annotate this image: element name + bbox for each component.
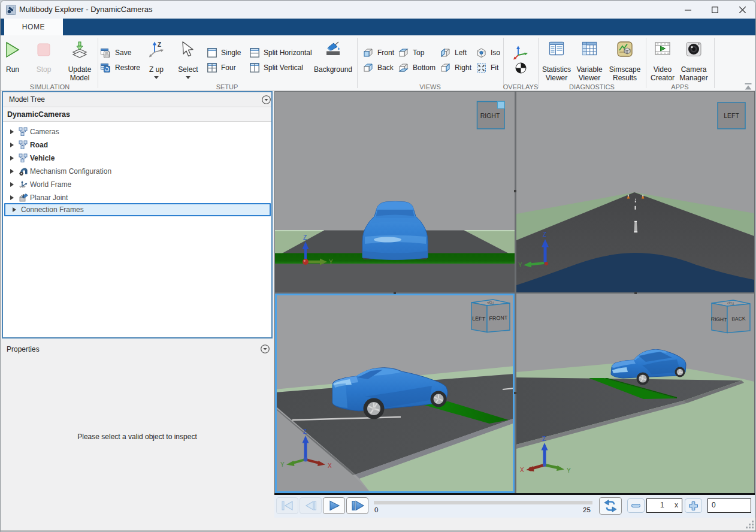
timeline-slider[interactable] bbox=[374, 501, 592, 504]
playback-speed-box[interactable]: 1 x bbox=[646, 498, 682, 513]
button-label: Right bbox=[455, 64, 471, 72]
step-forward-button[interactable] bbox=[346, 497, 368, 514]
split-horizontal-icon bbox=[250, 48, 259, 58]
statistics-viewer-button[interactable]: Statistics Viewer bbox=[539, 39, 574, 83]
splitter-handle[interactable] bbox=[634, 292, 637, 294]
section-label-simulation: SIMULATION bbox=[30, 83, 69, 90]
model-tree-root[interactable]: DynamicCameras bbox=[3, 107, 271, 122]
model-tree-collapse-icon[interactable] bbox=[262, 95, 271, 104]
split-horizontal-button[interactable]: Split Horizontal bbox=[250, 46, 312, 59]
tree-item-mechanism-configuration[interactable]: Mechanism Configuration bbox=[3, 165, 271, 178]
viewport-top-right[interactable]: Z Y LEFT bbox=[516, 92, 754, 292]
z-up-dropdown-icon[interactable] bbox=[154, 76, 159, 79]
split-vertical-button[interactable]: Split Vertical bbox=[250, 61, 303, 74]
camera-manager-button[interactable]: Camera Manager bbox=[676, 39, 711, 83]
tab-home[interactable]: HOME bbox=[4, 19, 63, 35]
view-cube[interactable]: LEFT FRONT TOP bbox=[471, 300, 510, 332]
view-cube[interactable]: RIGHT bbox=[477, 102, 505, 129]
axis-z-label: Z bbox=[542, 436, 546, 442]
viewport-bottom-left[interactable]: Z Y X LEFT FRONT TOP bbox=[275, 294, 515, 493]
current-time-field[interactable]: 0 bbox=[707, 498, 751, 513]
close-icon bbox=[739, 7, 746, 13]
minimize-icon bbox=[685, 7, 691, 13]
expand-triangle-icon[interactable] bbox=[10, 169, 14, 174]
z-up-button[interactable]: Z Z up bbox=[144, 39, 168, 83]
expand-triangle-icon[interactable] bbox=[10, 182, 14, 187]
update-model-button[interactable]: Update Model bbox=[64, 39, 95, 83]
view-back-button[interactable]: Back bbox=[363, 61, 394, 74]
view-front-icon bbox=[363, 48, 373, 58]
expand-triangle-icon[interactable] bbox=[10, 129, 14, 134]
step-back-button[interactable] bbox=[300, 497, 322, 514]
collapse-ribbon-button[interactable] bbox=[743, 82, 754, 90]
variable-viewer-button[interactable]: Variable Viewer bbox=[571, 39, 607, 83]
button-label: Update Model bbox=[65, 65, 94, 82]
tree-item-vehicle[interactable]: Vehicle bbox=[3, 152, 271, 165]
four-views-button[interactable]: Four bbox=[207, 61, 236, 74]
save-button[interactable]: Save bbox=[101, 46, 131, 59]
view-front-button[interactable]: Front bbox=[363, 46, 394, 59]
viewport-bottom-right[interactable]: Z X Y RIGHT BACK TOP bbox=[516, 294, 754, 493]
increase-speed-button[interactable] bbox=[685, 498, 702, 513]
tree-item-cameras[interactable]: Cameras bbox=[3, 125, 271, 138]
view-bottom-button[interactable]: Bottom bbox=[398, 61, 436, 74]
button-label: Split Horizontal bbox=[264, 49, 312, 57]
minimize-button[interactable] bbox=[678, 1, 698, 19]
view-left-button[interactable]: Left bbox=[440, 46, 467, 59]
simscape-results-button[interactable]: Simscape Results bbox=[606, 39, 643, 83]
maximize-button[interactable] bbox=[704, 1, 725, 19]
properties-collapse-icon[interactable] bbox=[261, 344, 270, 353]
splitter-handle[interactable] bbox=[514, 190, 516, 192]
single-view-button[interactable]: Single bbox=[207, 46, 241, 59]
select-dropdown-icon[interactable] bbox=[186, 76, 190, 79]
button-label: Front bbox=[377, 49, 394, 57]
splitter-handle[interactable] bbox=[394, 292, 396, 294]
tree-item-connection-frames[interactable]: Connection Frames bbox=[4, 203, 271, 216]
play-button[interactable] bbox=[323, 497, 345, 514]
decrease-speed-button[interactable] bbox=[627, 498, 645, 513]
axis-y-label: Y bbox=[567, 467, 571, 474]
tree-item-planar-joint[interactable]: Planar Joint bbox=[3, 191, 271, 204]
tree-item-label: Connection Frames bbox=[21, 205, 84, 214]
run-button[interactable]: Run bbox=[2, 39, 23, 83]
tree-item-road[interactable]: Road bbox=[3, 138, 271, 152]
resize-grip-icon[interactable] bbox=[746, 521, 754, 529]
view-cube[interactable]: LEFT bbox=[718, 102, 745, 129]
loop-icon bbox=[603, 500, 618, 512]
properties-header: Properties bbox=[1, 342, 274, 356]
center-of-mass-icon bbox=[515, 62, 527, 74]
view-fit-button[interactable]: Fit bbox=[476, 61, 498, 74]
tree-item-world-frame[interactable]: World Frame bbox=[3, 178, 271, 191]
view-top-button[interactable]: Top bbox=[398, 46, 424, 59]
go-to-start-button[interactable] bbox=[276, 497, 298, 514]
expand-triangle-icon[interactable] bbox=[10, 195, 14, 200]
background-button[interactable]: Background bbox=[313, 39, 353, 83]
video-creator-button[interactable]: Video Creator bbox=[648, 39, 678, 83]
ribbon-tab-band: HOME bbox=[1, 19, 755, 35]
restore-icon bbox=[101, 63, 111, 73]
restore-button[interactable]: Restore bbox=[101, 61, 140, 74]
expand-triangle-icon[interactable] bbox=[10, 156, 14, 161]
button-label: Iso bbox=[491, 49, 500, 57]
expand-triangle-icon[interactable] bbox=[10, 143, 14, 147]
close-button[interactable] bbox=[732, 1, 752, 19]
viewport-top-left[interactable]: Z Y RIGHT bbox=[275, 92, 515, 292]
section-divider bbox=[98, 38, 98, 88]
expand-triangle-icon[interactable] bbox=[13, 207, 16, 212]
center-of-mass-overlay-button[interactable] bbox=[510, 61, 531, 74]
loop-button[interactable] bbox=[599, 497, 622, 515]
speed-value: 1 bbox=[660, 501, 664, 509]
stop-button[interactable]: Stop bbox=[33, 39, 55, 83]
variable-viewer-icon bbox=[582, 41, 597, 56]
simscape-results-icon bbox=[617, 41, 633, 57]
section-label-views: VIEWS bbox=[419, 83, 440, 90]
view-iso-button[interactable]: Iso bbox=[476, 46, 500, 59]
frame-overlay-button[interactable] bbox=[510, 46, 531, 59]
camera-manager-icon bbox=[686, 41, 701, 57]
view-right-button[interactable]: Right bbox=[440, 61, 471, 74]
select-button[interactable]: Select bbox=[176, 39, 200, 83]
splitter-handle[interactable] bbox=[514, 392, 516, 394]
view-cube[interactable]: RIGHT BACK TOP bbox=[711, 300, 750, 333]
multibody-explorer-window: Multibody Explorer - DynamicCameras HOME… bbox=[0, 0, 756, 532]
button-label: Single bbox=[221, 49, 241, 57]
